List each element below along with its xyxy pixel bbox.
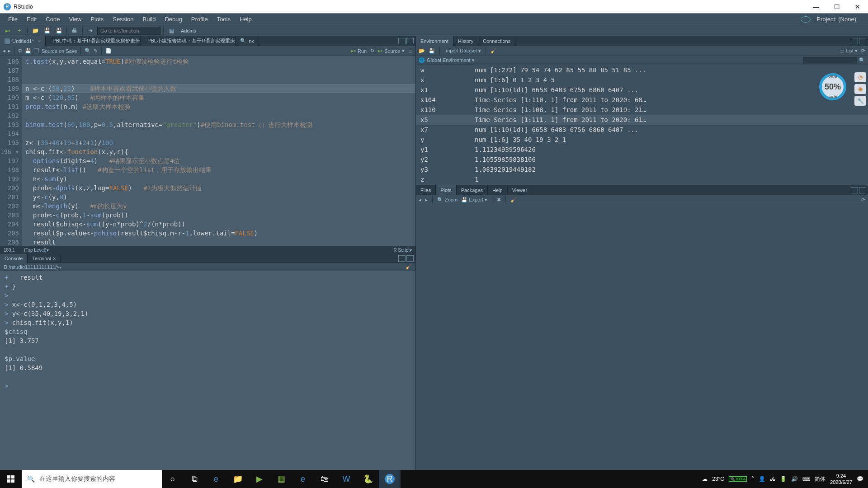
wechat-icon[interactable]: ▦	[270, 470, 292, 488]
language-label[interactable]: R Script	[393, 248, 410, 253]
ie-icon[interactable]: e	[292, 470, 314, 488]
console-tab[interactable]: Console	[0, 254, 28, 263]
tab-files[interactable]: Files	[416, 185, 436, 195]
export-button[interactable]: 💾 Export ▾	[461, 197, 487, 203]
menu-file[interactable]: File	[4, 16, 22, 23]
menu-debug[interactable]: Debug	[160, 16, 186, 23]
environment-variable-list[interactable]: wnum [1:272] 79 54 74 62 85 55 88 85 51 …	[416, 65, 868, 185]
weather-temp[interactable]: 23°C	[712, 476, 724, 482]
tab-help[interactable]: Help	[488, 185, 508, 195]
zoom-button[interactable]: 🔍 Zoom	[437, 197, 458, 203]
env-variable-row[interactable]: wnum [1:272] 79 54 74 62 85 55 88 85 51 …	[416, 65, 868, 75]
source-on-save-checkbox[interactable]	[34, 48, 39, 53]
menu-plots[interactable]: Plots	[86, 16, 108, 23]
menu-profile[interactable]: Profile	[187, 16, 212, 23]
save-all-icon[interactable]: 💾	[54, 26, 64, 35]
pane-minimize-icon[interactable]	[851, 187, 858, 193]
source-tab-pbl1[interactable]: PBL中稿：基于R语言实现重庆房价走势… ×	[46, 36, 141, 46]
clear-plots-icon[interactable]: 🧹	[510, 197, 517, 203]
tab-viewer[interactable]: Viewer	[508, 185, 532, 195]
goto-icon[interactable]: ➜	[85, 26, 95, 35]
volume-icon[interactable]: 🔊	[791, 476, 798, 482]
plot-forward-icon[interactable]: ▸	[425, 197, 428, 203]
tab-history[interactable]: History	[453, 36, 478, 46]
grid-icon[interactable]: ▦	[166, 26, 176, 35]
rstudio-taskbar-icon[interactable]: R	[379, 470, 401, 488]
scope-chevron-icon[interactable]: ▾	[47, 248, 49, 253]
clear-console-icon[interactable]: 🧹	[406, 264, 412, 270]
maximize-button[interactable]: ☐	[826, 0, 847, 14]
load-workspace-icon[interactable]: 📂	[419, 48, 425, 54]
menu-code[interactable]: Code	[41, 16, 64, 23]
back-icon[interactable]: ◂	[3, 48, 5, 54]
word-icon[interactable]: W	[335, 470, 357, 488]
env-variable-row[interactable]: y21.10559859838166	[416, 155, 868, 164]
show-in-new-window-icon[interactable]: ⧉	[19, 48, 22, 54]
battery-status[interactable]: 🔌100%	[729, 476, 747, 482]
open-file-icon[interactable]: 📁	[30, 26, 40, 35]
close-tab-icon[interactable]: ×	[38, 38, 41, 44]
env-variable-row[interactable]: ynum [1:6] 35 40 19 3 2 1	[416, 135, 868, 145]
scope-label[interactable]: (Top Level)	[24, 248, 46, 253]
file-explorer-icon[interactable]: 📁	[227, 470, 249, 488]
taskbar-search[interactable]: 🔍 在这里输入你要搜索的内容	[22, 470, 162, 488]
environment-search-input[interactable]	[803, 57, 857, 64]
close-button[interactable]: ✕	[847, 0, 868, 14]
cortana-icon[interactable]: ○	[162, 470, 184, 488]
rerun-icon[interactable]: ↻	[370, 48, 374, 54]
save-workspace-icon[interactable]: 💾	[429, 48, 435, 54]
env-variable-row[interactable]: x7num [1:10(1d)] 6658 6483 6756 6860 640…	[416, 125, 868, 135]
wand-icon[interactable]: ✎	[94, 48, 98, 54]
pane-maximize-icon[interactable]	[859, 38, 866, 44]
env-variable-row[interactable]: y31.08392019449182	[416, 164, 868, 174]
find-icon[interactable]: 🔍	[85, 48, 91, 54]
close-tab-icon[interactable]: ×	[53, 256, 56, 261]
view-mode-button[interactable]: ☰ List ▾	[840, 48, 858, 54]
new-project-icon[interactable]: ＋	[14, 26, 24, 35]
tab-environment[interactable]: Environment	[416, 36, 453, 46]
menu-session[interactable]: Session	[108, 16, 138, 23]
task-view-icon[interactable]: ⧉	[184, 470, 205, 488]
ime-icon[interactable]: ⌨	[802, 476, 810, 482]
terminal-tab[interactable]: Terminal×	[28, 254, 61, 263]
env-variable-row[interactable]: x110Time-Series [1:108, 1] from 2011 to …	[416, 105, 868, 115]
print-icon[interactable]: 🖶	[70, 26, 80, 35]
weather-icon[interactable]: ☁	[702, 476, 708, 482]
source-tab-untitled1[interactable]: Untitled1* ×	[0, 36, 46, 46]
outline-icon[interactable]: ☰	[408, 48, 413, 54]
remove-plot-icon[interactable]: ✖	[497, 197, 501, 203]
menu-edit[interactable]: Edit	[22, 16, 41, 23]
addins-menu[interactable]: Addins	[178, 28, 199, 33]
project-selector[interactable]: Project: (None)	[801, 16, 864, 23]
source-tab-pbl2[interactable]: PBL小组报告终稿：基于R语言实现重庆… ×	[141, 36, 236, 46]
refresh-plots-icon[interactable]: ⟳	[861, 197, 865, 203]
tab-plots[interactable]: Plots	[436, 185, 456, 195]
source-tab-search[interactable]: 🔍 nx	[236, 36, 259, 46]
code-editor[interactable]: 186187188189190191192193194195196 ▾19719…	[0, 56, 415, 246]
power-icon[interactable]: 🔋	[780, 476, 787, 482]
save-icon[interactable]: 💾	[42, 26, 52, 35]
network-icon[interactable]: 🖧	[770, 476, 775, 482]
menu-tools[interactable]: Tools	[212, 16, 235, 23]
people-icon[interactable]: 👤	[759, 476, 765, 482]
forward-icon[interactable]: ▸	[8, 48, 11, 54]
console-output[interactable]: + result+ }> > x<-c(0,1,2,3,4,5)> y<-c(3…	[0, 271, 415, 470]
console-working-directory[interactable]: D:/rstudio11111111111/⮑ 🧹	[0, 263, 415, 271]
start-button[interactable]	[0, 470, 22, 488]
pane-maximize-icon[interactable]	[406, 255, 414, 262]
env-variable-row[interactable]: xnum [1:6] 0 1 2 3 4 5	[416, 75, 868, 85]
env-variable-row[interactable]: y11.11234939596426	[416, 145, 868, 155]
menu-view[interactable]: View	[64, 16, 86, 23]
env-variable-row[interactable]: x1num [1:10(1d)] 6658 6483 6756 6860 640…	[416, 85, 868, 95]
refresh-icon[interactable]: ⟳	[861, 48, 865, 54]
edge-icon[interactable]: e	[205, 470, 227, 488]
save-icon[interactable]: 💾	[25, 48, 31, 54]
pane-minimize-icon[interactable]	[398, 38, 406, 44]
app-icon[interactable]: 🐍	[357, 470, 379, 488]
store-icon[interactable]: 🛍	[314, 470, 335, 488]
ime-label[interactable]: 简体	[815, 475, 826, 483]
import-dataset-button[interactable]: Import Dataset ▾	[444, 48, 481, 54]
plot-back-icon[interactable]: ◂	[419, 197, 421, 203]
source-button[interactable]: ▸▪Source▾	[378, 48, 405, 54]
clock[interactable]: 9:24 2020/6/27	[830, 473, 852, 485]
